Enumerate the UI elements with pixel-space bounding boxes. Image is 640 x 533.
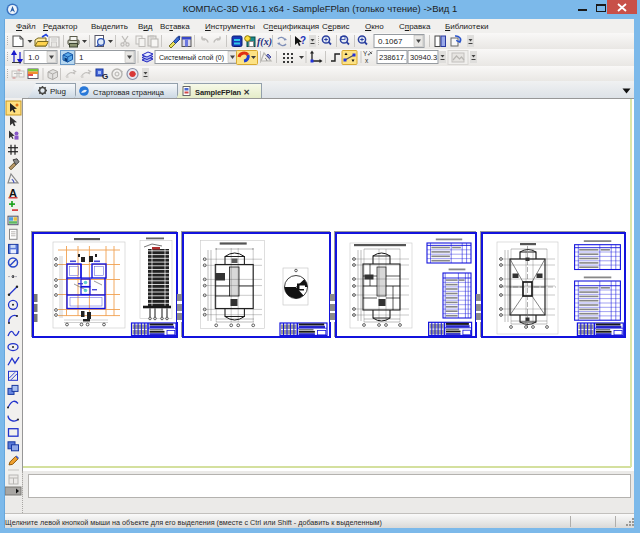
svg-text:?: ? — [300, 35, 306, 46]
svg-text:30940.3: 30940.3 — [410, 53, 437, 62]
svg-text:1.0: 1.0 — [28, 53, 40, 62]
svg-text:x: x — [365, 57, 369, 64]
svg-text:G: G — [102, 72, 108, 81]
svg-text:0.1067: 0.1067 — [378, 37, 403, 46]
svg-text:238617.: 238617. — [379, 53, 406, 62]
svg-text:f(x): f(x) — [257, 36, 272, 48]
svg-text:Системный слой (0): Системный слой (0) — [159, 54, 224, 62]
svg-text:Y+: Y+ — [363, 50, 370, 57]
svg-text:1: 1 — [79, 53, 84, 62]
